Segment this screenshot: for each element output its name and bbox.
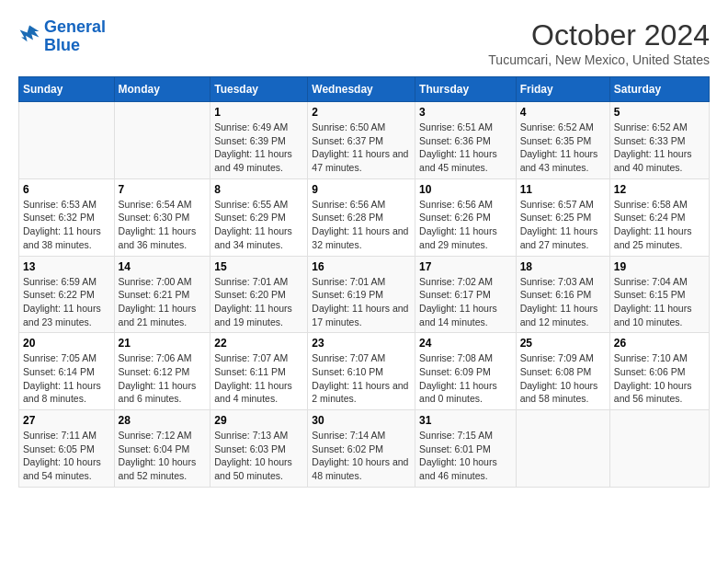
- day-number: 12: [614, 183, 705, 196]
- calendar-week-4: 20Sunrise: 7:05 AM Sunset: 6:14 PM Dayli…: [19, 333, 710, 410]
- calendar-cell: [19, 102, 115, 179]
- day-number: 14: [119, 260, 207, 273]
- day-info: Sunrise: 6:50 AM Sunset: 6:37 PM Dayligh…: [312, 121, 411, 175]
- day-number: 20: [23, 337, 110, 350]
- day-number: 24: [419, 337, 512, 350]
- day-info: Sunrise: 6:58 AM Sunset: 6:24 PM Dayligh…: [614, 198, 705, 252]
- day-number: 15: [214, 260, 303, 273]
- day-info: Sunrise: 6:49 AM Sunset: 6:39 PM Dayligh…: [214, 121, 303, 175]
- day-info: Sunrise: 7:04 AM Sunset: 6:15 PM Dayligh…: [614, 275, 705, 329]
- day-number: 17: [419, 260, 512, 273]
- calendar-cell: 20Sunrise: 7:05 AM Sunset: 6:14 PM Dayli…: [19, 333, 115, 410]
- logo-icon: [18, 24, 40, 46]
- calendar-cell: [516, 410, 609, 488]
- day-info: Sunrise: 7:06 AM Sunset: 6:12 PM Dayligh…: [119, 351, 207, 406]
- day-number: 18: [520, 260, 606, 273]
- calendar-cell: 31Sunrise: 7:15 AM Sunset: 6:01 PM Dayli…: [415, 410, 517, 488]
- day-info: Sunrise: 6:51 AM Sunset: 6:36 PM Dayligh…: [419, 121, 512, 175]
- day-number: 31: [419, 414, 512, 427]
- day-number: 13: [23, 260, 110, 273]
- day-number: 6: [23, 183, 110, 196]
- calendar-cell: 4Sunrise: 6:52 AM Sunset: 6:35 PM Daylig…: [516, 102, 609, 179]
- weekday-header-wednesday: Wednesday: [308, 77, 415, 102]
- day-number: 29: [214, 414, 303, 427]
- calendar-cell: 11Sunrise: 6:57 AM Sunset: 6:25 PM Dayli…: [516, 178, 609, 256]
- calendar-cell: 22Sunrise: 7:07 AM Sunset: 6:11 PM Dayli…: [210, 333, 308, 410]
- day-number: 9: [312, 183, 411, 196]
- day-number: 10: [419, 183, 512, 196]
- calendar-cell: 13Sunrise: 6:59 AM Sunset: 6:22 PM Dayli…: [19, 256, 115, 333]
- calendar-cell: [609, 410, 709, 488]
- weekday-header-monday: Monday: [114, 77, 210, 102]
- day-number: 26: [614, 337, 705, 350]
- day-info: Sunrise: 7:07 AM Sunset: 6:10 PM Dayligh…: [312, 351, 411, 406]
- day-info: Sunrise: 7:08 AM Sunset: 6:09 PM Dayligh…: [419, 351, 512, 406]
- calendar-cell: 16Sunrise: 7:01 AM Sunset: 6:19 PM Dayli…: [308, 256, 415, 333]
- day-info: Sunrise: 6:59 AM Sunset: 6:22 PM Dayligh…: [23, 275, 110, 329]
- calendar-cell: 3Sunrise: 6:51 AM Sunset: 6:36 PM Daylig…: [415, 102, 517, 179]
- day-info: Sunrise: 7:01 AM Sunset: 6:19 PM Dayligh…: [312, 275, 411, 329]
- calendar-cell: 6Sunrise: 6:53 AM Sunset: 6:32 PM Daylig…: [19, 178, 115, 256]
- calendar-week-5: 27Sunrise: 7:11 AM Sunset: 6:05 PM Dayli…: [19, 410, 710, 488]
- day-number: 8: [214, 183, 303, 196]
- logo-text: GeneralBlue: [44, 18, 106, 55]
- logo: GeneralBlue: [18, 18, 106, 55]
- weekday-header-saturday: Saturday: [609, 77, 709, 102]
- weekday-header-sunday: Sunday: [19, 77, 115, 102]
- day-info: Sunrise: 7:11 AM Sunset: 6:05 PM Dayligh…: [23, 429, 110, 483]
- day-number: 27: [23, 414, 110, 427]
- calendar-cell: 8Sunrise: 6:55 AM Sunset: 6:29 PM Daylig…: [210, 178, 308, 256]
- calendar-cell: 28Sunrise: 7:12 AM Sunset: 6:04 PM Dayli…: [114, 410, 210, 488]
- day-number: 25: [520, 337, 606, 350]
- day-info: Sunrise: 7:07 AM Sunset: 6:11 PM Dayligh…: [214, 351, 303, 406]
- day-info: Sunrise: 7:15 AM Sunset: 6:01 PM Dayligh…: [419, 429, 512, 483]
- weekday-header-friday: Friday: [516, 77, 609, 102]
- day-info: Sunrise: 7:05 AM Sunset: 6:14 PM Dayligh…: [23, 351, 110, 406]
- calendar-week-3: 13Sunrise: 6:59 AM Sunset: 6:22 PM Dayli…: [19, 256, 710, 333]
- calendar-cell: 30Sunrise: 7:14 AM Sunset: 6:02 PM Dayli…: [308, 410, 415, 488]
- calendar-subtitle: Tucumcari, New Mexico, United States: [488, 52, 710, 67]
- calendar-week-1: 1Sunrise: 6:49 AM Sunset: 6:39 PM Daylig…: [19, 102, 710, 179]
- day-info: Sunrise: 7:02 AM Sunset: 6:17 PM Dayligh…: [419, 275, 512, 329]
- calendar-cell: 26Sunrise: 7:10 AM Sunset: 6:06 PM Dayli…: [609, 333, 709, 410]
- calendar-cell: 9Sunrise: 6:56 AM Sunset: 6:28 PM Daylig…: [308, 178, 415, 256]
- calendar-cell: 25Sunrise: 7:09 AM Sunset: 6:08 PM Dayli…: [516, 333, 609, 410]
- calendar-cell: 19Sunrise: 7:04 AM Sunset: 6:15 PM Dayli…: [609, 256, 709, 333]
- day-number: 30: [312, 414, 411, 427]
- calendar-cell: 23Sunrise: 7:07 AM Sunset: 6:10 PM Dayli…: [308, 333, 415, 410]
- day-info: Sunrise: 6:56 AM Sunset: 6:28 PM Dayligh…: [312, 198, 411, 252]
- calendar-cell: 7Sunrise: 6:54 AM Sunset: 6:30 PM Daylig…: [114, 178, 210, 256]
- calendar-cell: 14Sunrise: 7:00 AM Sunset: 6:21 PM Dayli…: [114, 256, 210, 333]
- day-info: Sunrise: 7:13 AM Sunset: 6:03 PM Dayligh…: [214, 429, 303, 483]
- calendar-cell: 15Sunrise: 7:01 AM Sunset: 6:20 PM Dayli…: [210, 256, 308, 333]
- day-info: Sunrise: 7:10 AM Sunset: 6:06 PM Dayligh…: [614, 351, 705, 406]
- day-number: 3: [419, 106, 512, 119]
- calendar-header: SundayMondayTuesdayWednesdayThursdayFrid…: [19, 77, 710, 102]
- day-number: 21: [119, 337, 207, 350]
- calendar-cell: 10Sunrise: 6:56 AM Sunset: 6:26 PM Dayli…: [415, 178, 517, 256]
- calendar-cell: 1Sunrise: 6:49 AM Sunset: 6:39 PM Daylig…: [210, 102, 308, 179]
- day-number: 22: [214, 337, 303, 350]
- day-info: Sunrise: 7:03 AM Sunset: 6:16 PM Dayligh…: [520, 275, 606, 329]
- calendar-cell: 27Sunrise: 7:11 AM Sunset: 6:05 PM Dayli…: [19, 410, 115, 488]
- day-number: 7: [119, 183, 207, 196]
- calendar-week-2: 6Sunrise: 6:53 AM Sunset: 6:32 PM Daylig…: [19, 178, 710, 256]
- day-number: 16: [312, 260, 411, 273]
- calendar-cell: 2Sunrise: 6:50 AM Sunset: 6:37 PM Daylig…: [308, 102, 415, 179]
- day-number: 4: [520, 106, 606, 119]
- page-header: GeneralBlue October 2024 Tucumcari, New …: [18, 18, 710, 67]
- day-info: Sunrise: 6:54 AM Sunset: 6:30 PM Dayligh…: [119, 198, 207, 252]
- day-number: 28: [119, 414, 207, 427]
- day-info: Sunrise: 7:14 AM Sunset: 6:02 PM Dayligh…: [312, 429, 411, 483]
- day-info: Sunrise: 6:57 AM Sunset: 6:25 PM Dayligh…: [520, 198, 606, 252]
- calendar-cell: 18Sunrise: 7:03 AM Sunset: 6:16 PM Dayli…: [516, 256, 609, 333]
- calendar-table: SundayMondayTuesdayWednesdayThursdayFrid…: [18, 76, 710, 488]
- calendar-title: October 2024: [488, 18, 710, 52]
- day-number: 11: [520, 183, 606, 196]
- weekday-header-thursday: Thursday: [415, 77, 517, 102]
- day-info: Sunrise: 7:00 AM Sunset: 6:21 PM Dayligh…: [119, 275, 207, 329]
- calendar-cell: 21Sunrise: 7:06 AM Sunset: 6:12 PM Dayli…: [114, 333, 210, 410]
- day-info: Sunrise: 6:56 AM Sunset: 6:26 PM Dayligh…: [419, 198, 512, 252]
- svg-marker-0: [20, 25, 40, 41]
- calendar-cell: 5Sunrise: 6:52 AM Sunset: 6:33 PM Daylig…: [609, 102, 709, 179]
